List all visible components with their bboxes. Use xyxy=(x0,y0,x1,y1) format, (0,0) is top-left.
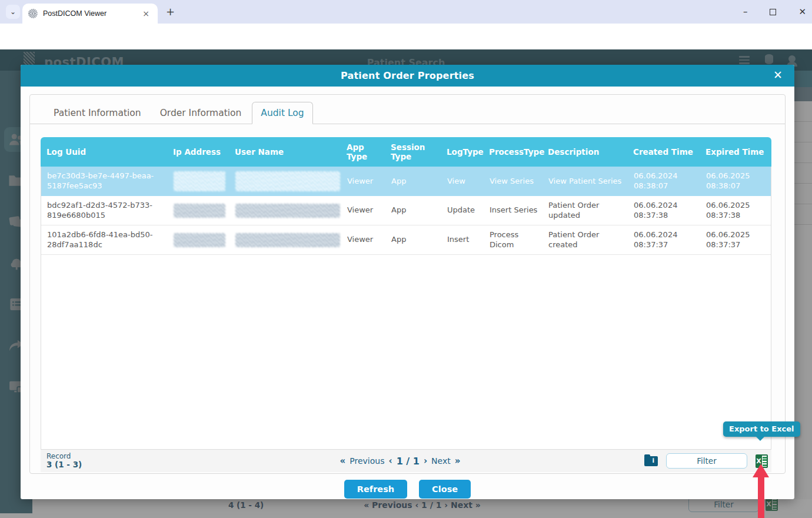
cell-log-type: View xyxy=(441,172,484,191)
cell-session-type: App xyxy=(385,231,441,249)
tab-close-icon[interactable]: × xyxy=(140,9,152,18)
page-indicator: 1 / 1 xyxy=(397,456,420,467)
refresh-button[interactable]: Refresh xyxy=(344,480,407,499)
table-footer: Record 3 (1 - 3) « Previous ‹ 1 / 1 › Ne… xyxy=(41,450,771,472)
cell-expired-time: 06.06.2025 08:37:37 xyxy=(700,226,772,254)
dialog-close-icon[interactable]: ✕ xyxy=(771,68,785,81)
cell-description: View Patient Series xyxy=(543,172,628,191)
table-row[interactable]: 101a2db6-6fd8-41ea-bd50-28df7aa118dc Vie… xyxy=(41,225,771,255)
cell-expired-time: 06.06.2025 08:37:38 xyxy=(700,197,772,225)
col-created-time: Created Time xyxy=(627,142,700,162)
favicon-icon xyxy=(28,9,38,18)
window-maximize-button[interactable] xyxy=(770,9,776,15)
col-expired-time: Expired Time xyxy=(700,142,771,162)
next-page-icon[interactable]: › xyxy=(424,456,427,466)
cell-log-type: Update xyxy=(441,201,484,220)
col-log-uuid: Log Uuid xyxy=(41,142,167,162)
cell-description: Patient Order created xyxy=(543,226,628,254)
previous-page-icon[interactable]: ‹ xyxy=(388,456,392,466)
cell-description: Patient Order updated xyxy=(543,197,628,225)
last-page-icon[interactable]: » xyxy=(455,456,461,466)
tab-search-button[interactable]: ⌄ xyxy=(6,5,20,19)
previous-button[interactable]: Previous xyxy=(350,456,384,466)
cell-process-type: Process Dicom xyxy=(484,226,543,254)
cell-created-time: 06.06.2024 08:37:37 xyxy=(628,226,700,254)
cell-log-type: Insert xyxy=(441,231,484,249)
first-page-icon[interactable]: « xyxy=(340,456,346,466)
redacted-ip-address xyxy=(174,171,225,191)
dialog-buttons: Refresh Close xyxy=(21,480,794,499)
tab-audit-log[interactable]: Audit Log xyxy=(252,102,312,124)
redacted-ip-address xyxy=(174,233,225,247)
dialog-header: Patient Order Properties ✕ xyxy=(21,65,794,87)
window-minimize-button[interactable]: – xyxy=(743,6,748,17)
table-body: be7c30d3-be7e-4497-beaa-5187fee5ac93 Vie… xyxy=(41,167,771,450)
table-row[interactable]: bdc92af1-d2d3-4572-b733-819e6680b015 Vie… xyxy=(41,196,771,225)
cell-expired-time: 06.06.2025 08:38:07 xyxy=(700,167,772,195)
browser-tab-strip: ⌄ PostDICOM Viewer × + – ✕ xyxy=(0,0,812,24)
cell-app-type: Viewer xyxy=(341,201,385,220)
col-app-type: App Type xyxy=(341,137,385,167)
audit-log-panel: Log Uuid Ip Address User Name App Type S… xyxy=(30,124,785,472)
annotation-arrow xyxy=(753,464,769,518)
col-user-name: User Name xyxy=(229,142,341,162)
record-count: Record 3 (1 - 3) xyxy=(41,453,164,469)
tab-patient-information[interactable]: Patient Information xyxy=(45,102,149,124)
next-button[interactable]: Next xyxy=(431,456,451,466)
audit-log-table: Log Uuid Ip Address User Name App Type S… xyxy=(41,137,771,472)
tab-order-information[interactable]: Order Information xyxy=(152,102,250,124)
new-tab-button[interactable]: + xyxy=(166,5,175,18)
cell-created-time: 06.06.2024 08:38:07 xyxy=(628,167,700,195)
window-close-button[interactable]: ✕ xyxy=(798,6,806,17)
col-ip-address: Ip Address xyxy=(167,142,229,162)
cell-created-time: 06.06.2024 08:37:38 xyxy=(628,197,700,225)
dialog-title: Patient Order Properties xyxy=(341,70,474,81)
redacted-user-name xyxy=(235,204,340,218)
pagination: « Previous ‹ 1 / 1 › Next » xyxy=(164,456,636,467)
filter-input[interactable] xyxy=(666,453,747,469)
redacted-user-name xyxy=(235,233,340,247)
close-button[interactable]: Close xyxy=(419,480,471,499)
redacted-user-name xyxy=(235,171,340,191)
tab-bar: Patient Information Order Information Au… xyxy=(30,95,785,124)
browser-tab-title: PostDICOM Viewer xyxy=(43,9,140,18)
browser-toolbar: ← → ⟳ germany.postdicom.com/Viewer/Main … xyxy=(0,24,812,49)
cell-app-type: Viewer xyxy=(341,172,385,191)
export-to-excel-tooltip: Export to Excel xyxy=(723,421,800,437)
cell-log-uuid: 101a2db6-6fd8-41ea-bd50-28df7aa118dc xyxy=(41,226,168,254)
table-row[interactable]: be7c30d3-be7e-4497-beaa-5187fee5ac93 Vie… xyxy=(41,167,771,196)
col-session-type: Session Type xyxy=(385,137,441,167)
browser-tab[interactable]: PostDICOM Viewer × xyxy=(22,4,158,24)
col-process-type: ProcessType xyxy=(483,142,542,162)
tab-container: Patient Information Order Information Au… xyxy=(29,94,786,474)
cell-app-type: Viewer xyxy=(341,231,385,249)
cell-session-type: App xyxy=(385,201,441,220)
chevron-down-icon: ⌄ xyxy=(10,8,16,16)
cell-session-type: App xyxy=(385,172,441,191)
cell-process-type: Insert Series xyxy=(484,201,543,220)
col-log-type: LogType xyxy=(441,142,483,162)
table-header-row: Log Uuid Ip Address User Name App Type S… xyxy=(41,137,771,167)
cell-log-uuid: bdc92af1-d2d3-4572-b733-819e6680b015 xyxy=(41,197,168,225)
cell-log-uuid: be7c30d3-be7e-4497-beaa-5187fee5ac93 xyxy=(41,167,168,195)
redacted-ip-address xyxy=(174,204,225,218)
cell-process-type: View Series xyxy=(484,172,543,191)
patient-order-properties-dialog: Patient Order Properties ✕ Patient Infor… xyxy=(21,65,794,499)
column-info-icon[interactable]: i xyxy=(644,456,658,466)
col-description: Description xyxy=(542,142,627,162)
